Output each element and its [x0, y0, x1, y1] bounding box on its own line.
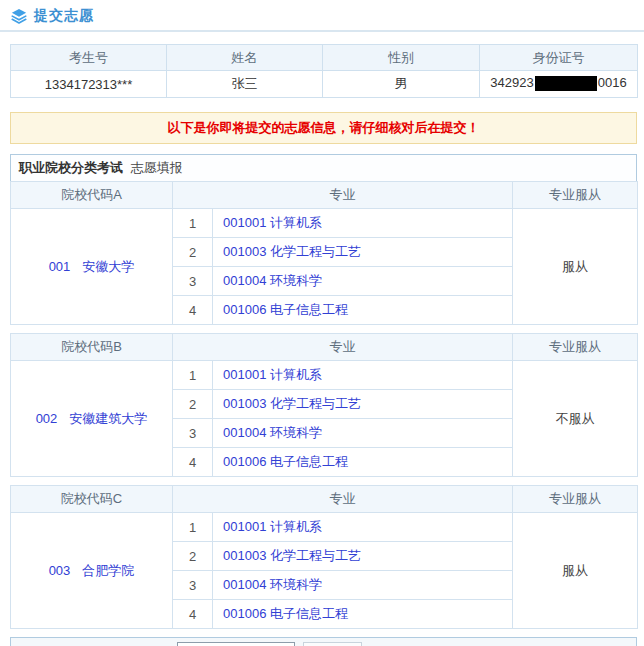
page-title: 提交志愿: [34, 7, 94, 25]
school-code: 003: [49, 563, 71, 578]
captcha-row: 验证码 : 2318: [10, 637, 637, 646]
school-name: 安徽建筑大学: [69, 411, 147, 426]
school-code: 001: [49, 259, 71, 274]
header-exam-id: 考生号: [11, 45, 167, 71]
school-link[interactable]: 002安徽建筑大学: [11, 361, 173, 477]
page-header: 提交志愿: [0, 0, 644, 32]
major-rank: 4: [173, 296, 213, 325]
layers-icon: [10, 7, 28, 25]
school-name: 安徽大学: [82, 259, 134, 274]
header-id-number: 身份证号: [480, 45, 638, 71]
major-link[interactable]: 001001 计算机系: [213, 513, 513, 542]
candidate-gender: 男: [323, 71, 480, 98]
major-link[interactable]: 001003 化学工程与工艺: [213, 238, 513, 267]
major-header: 专业: [173, 182, 513, 209]
major-rank: 2: [173, 390, 213, 419]
school-code-header: 院校代码B: [11, 334, 173, 361]
major-link[interactable]: 001004 环境科学: [213, 267, 513, 296]
id-suffix: 0016: [598, 75, 627, 90]
school-code-header: 院校代码A: [11, 182, 173, 209]
school-link[interactable]: 001安徽大学: [11, 209, 173, 325]
header-name: 姓名: [167, 45, 323, 71]
school-table-a: 院校代码A 专业 专业服从 001安徽大学 1 001001 计算机系 服从 2…: [10, 181, 638, 325]
major-rank: 3: [173, 571, 213, 600]
obey-header: 专业服从: [513, 334, 638, 361]
major-rank: 4: [173, 600, 213, 629]
major-rank: 2: [173, 238, 213, 267]
obey-header: 专业服从: [513, 182, 638, 209]
major-rank: 2: [173, 542, 213, 571]
obey-value: 服从: [513, 209, 638, 325]
obey-header: 专业服从: [513, 486, 638, 513]
major-rank: 1: [173, 209, 213, 238]
major-rank: 1: [173, 361, 213, 390]
school-table-b: 院校代码B 专业 专业服从 002安徽建筑大学 1 001001 计算机系 不服…: [10, 333, 638, 477]
major-header: 专业: [173, 334, 513, 361]
major-header: 专业: [173, 486, 513, 513]
major-link[interactable]: 001003 化学工程与工艺: [213, 542, 513, 571]
school-code: 002: [36, 411, 58, 426]
candidate-exam-id: 1334172313***: [11, 71, 167, 98]
major-link[interactable]: 001006 电子信息工程: [213, 600, 513, 629]
major-link[interactable]: 001006 电子信息工程: [213, 296, 513, 325]
major-link[interactable]: 001001 计算机系: [213, 361, 513, 390]
school-name: 合肥学院: [82, 563, 134, 578]
school-link[interactable]: 003合肥学院: [11, 513, 173, 629]
section-title: 职业院校分类考试 志愿填报: [10, 154, 637, 182]
obey-value: 不服从: [513, 361, 638, 477]
major-link[interactable]: 001004 环境科学: [213, 419, 513, 448]
major-link[interactable]: 001006 电子信息工程: [213, 448, 513, 477]
major-rank: 3: [173, 267, 213, 296]
section-title-suffix: 志愿填报: [131, 160, 183, 175]
obey-value: 服从: [513, 513, 638, 629]
warning-banner: 以下是你即将提交的志愿信息，请仔细核对后在提交！: [10, 112, 637, 144]
candidate-info-table: 考生号 姓名 性别 身份证号 1334172313*** 张三 男 342923…: [10, 44, 638, 98]
major-link[interactable]: 001003 化学工程与工艺: [213, 390, 513, 419]
major-rank: 3: [173, 419, 213, 448]
major-link[interactable]: 001004 环境科学: [213, 571, 513, 600]
header-gender: 性别: [323, 45, 480, 71]
major-link[interactable]: 001001 计算机系: [213, 209, 513, 238]
school-code-header: 院校代码C: [11, 486, 173, 513]
major-rank: 1: [173, 513, 213, 542]
school-table-c: 院校代码C 专业 专业服从 003合肥学院 1 001001 计算机系 服从 2…: [10, 485, 638, 629]
section-title-exam-type: 职业院校分类考试: [19, 160, 123, 175]
major-rank: 4: [173, 448, 213, 477]
id-prefix: 342923: [490, 75, 533, 90]
candidate-id-number: 3429230016: [480, 71, 638, 98]
captcha-code-image[interactable]: 2318: [303, 642, 362, 646]
id-redaction-box: [535, 76, 597, 91]
captcha-input[interactable]: [177, 642, 295, 646]
candidate-name: 张三: [167, 71, 323, 98]
